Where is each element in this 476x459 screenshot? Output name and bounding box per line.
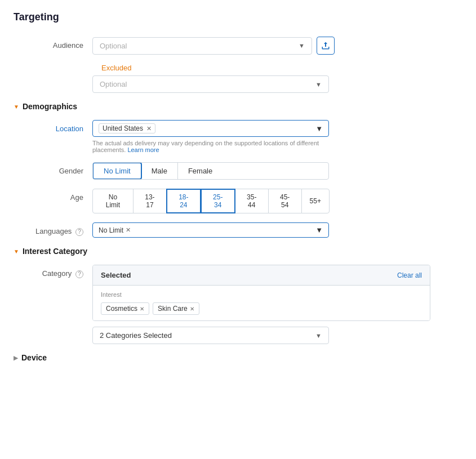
age-13-17-button[interactable]: 13-17 — [133, 189, 167, 213]
location-row: Location United States ✕ ▼ The actual ad… — [14, 120, 462, 153]
age-content: No Limit 13-17 18-24 25-34 35-44 45-54 5… — [92, 189, 329, 213]
location-chevron-icon: ▼ — [315, 124, 323, 133]
interest-tag-skincare: Skin Care ✕ — [153, 302, 199, 315]
location-tag-remove[interactable]: ✕ — [146, 125, 152, 132]
audience-label: Audience — [14, 37, 92, 50]
categories-dropdown-wrapper: 2 Categories Selected ▼ — [92, 327, 329, 344]
languages-content: No Limit ✕ ▼ — [92, 222, 329, 238]
category-row: Category ? Selected Clear all Interest C… — [14, 265, 462, 344]
age-55-plus-button[interactable]: 55+ — [301, 189, 330, 213]
device-arrow-icon: ▶ — [14, 355, 18, 361]
category-selected-label: Selected — [101, 271, 131, 279]
excluded-content: Optional ▼ — [92, 75, 329, 93]
interest-tags-row: Cosmetics ✕ Skin Care ✕ — [101, 302, 422, 315]
age-25-34-button[interactable]: 25-34 — [201, 189, 235, 213]
category-header: Selected Clear all — [93, 265, 430, 286]
excluded-label-row: Excluded — [14, 64, 462, 72]
category-label: Category ? — [14, 265, 92, 278]
location-hint: The actual ads delivery may vary dependi… — [92, 140, 329, 153]
location-tag-value: United States — [103, 124, 143, 132]
demographics-section: ▼ Demographics Location United States ✕ … — [14, 102, 462, 238]
device-section: ▶ Device — [14, 353, 462, 362]
audience-content: Optional ▼ — [92, 37, 335, 55]
tag-skincare-remove[interactable]: ✕ — [190, 306, 194, 312]
location-label: Location — [14, 120, 92, 133]
age-no-limit-button[interactable]: No Limit — [92, 189, 134, 213]
audience-select[interactable]: Optional ▼ — [92, 37, 312, 55]
languages-tag-remove[interactable]: ✕ — [126, 226, 131, 234]
demographics-header[interactable]: ▼ Demographics — [14, 102, 462, 111]
excluded-label: Excluded — [101, 64, 462, 72]
category-box: Selected Clear all Interest Cosmetics ✕ … — [92, 265, 430, 321]
age-button-group: No Limit 13-17 18-24 25-34 35-44 45-54 5… — [92, 189, 329, 213]
gender-row: Gender No Limit Male Female — [14, 162, 462, 180]
interest-category-section: ▼ Interest Category Category ? Selected … — [14, 247, 462, 344]
excluded-placeholder: Optional — [100, 80, 127, 88]
tag-cosmetics-remove[interactable]: ✕ — [140, 306, 144, 312]
age-18-24-button[interactable]: 18-24 — [166, 189, 201, 213]
age-35-44-button[interactable]: 35-44 — [235, 189, 269, 213]
excluded-select[interactable]: Optional ▼ — [92, 75, 329, 93]
audience-export-button[interactable] — [317, 37, 335, 55]
clear-all-button[interactable]: Clear all — [397, 271, 422, 279]
location-select[interactable]: United States ✕ ▼ — [92, 120, 329, 137]
excluded-chevron-icon: ▼ — [315, 81, 322, 88]
gender-female-button[interactable]: Female — [178, 163, 223, 179]
category-body: Interest Cosmetics ✕ Skin Care ✕ — [93, 286, 430, 320]
interest-sublabel: Interest — [101, 291, 422, 298]
age-label: Age — [14, 189, 92, 202]
languages-no-limit-tag: No Limit ✕ — [99, 226, 131, 234]
interest-tag-cosmetics: Cosmetics ✕ — [101, 302, 149, 315]
languages-row: Languages ? No Limit ✕ ▼ — [14, 222, 462, 238]
languages-label: Languages ? — [14, 222, 92, 236]
interest-category-header[interactable]: ▼ Interest Category — [14, 247, 462, 256]
categories-select[interactable]: 2 Categories Selected ▼ — [92, 327, 329, 344]
languages-help-icon[interactable]: ? — [75, 228, 83, 236]
tag-cosmetics-value: Cosmetics — [106, 305, 137, 313]
demographics-title: Demographics — [23, 102, 77, 111]
device-header[interactable]: ▶ Device — [14, 353, 462, 362]
export-icon — [321, 41, 330, 50]
location-tag-us: United States ✕ — [99, 123, 155, 133]
audience-placeholder: Optional — [100, 42, 127, 50]
page-title: Targeting — [14, 11, 462, 23]
interest-category-arrow-icon: ▼ — [14, 248, 19, 255]
age-row: Age No Limit 13-17 18-24 25-34 35-44 45-… — [14, 189, 462, 213]
gender-male-button[interactable]: Male — [141, 163, 178, 179]
audience-chevron-icon: ▼ — [299, 42, 305, 49]
interest-category-title: Interest Category — [23, 247, 87, 256]
audience-row: Audience Optional ▼ — [14, 37, 462, 55]
categories-selected-value: 2 Categories Selected — [100, 331, 172, 340]
excluded-row: Optional ▼ — [14, 75, 462, 93]
device-title: Device — [21, 353, 47, 362]
location-tags-container: United States ✕ — [99, 123, 155, 133]
learn-more-link[interactable]: Learn more — [127, 146, 159, 153]
gender-label: Gender — [14, 162, 92, 175]
languages-select[interactable]: No Limit ✕ ▼ — [92, 222, 329, 238]
gender-button-group: No Limit Male Female — [92, 162, 329, 180]
gender-content: No Limit Male Female — [92, 162, 329, 180]
languages-value: No Limit — [99, 226, 123, 234]
category-content: Selected Clear all Interest Cosmetics ✕ … — [92, 265, 436, 344]
excluded-field-spacer — [14, 75, 92, 80]
location-content: United States ✕ ▼ The actual ads deliver… — [92, 120, 329, 153]
category-help-icon[interactable]: ? — [75, 270, 83, 278]
languages-tags-container: No Limit ✕ — [99, 226, 131, 234]
age-45-54-button[interactable]: 45-54 — [268, 189, 302, 213]
tag-skincare-value: Skin Care — [158, 305, 188, 313]
gender-no-limit-button[interactable]: No Limit — [92, 162, 142, 180]
categories-chevron-icon: ▼ — [315, 332, 322, 339]
demographics-arrow-icon: ▼ — [14, 104, 19, 110]
languages-chevron-icon: ▼ — [315, 226, 323, 234]
